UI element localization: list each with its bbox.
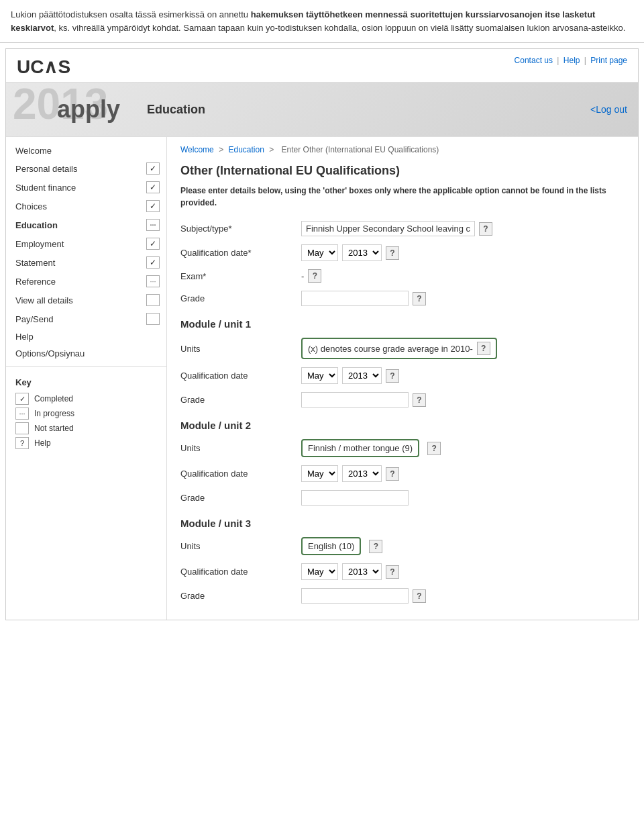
checkmark-statement: ✓ [150,258,156,267]
sidebar-label-choices: Choices [15,201,47,211]
module1-grade-input[interactable] [301,392,409,408]
key-in-progress-label: In progress [34,409,74,418]
sidebar-item-reference[interactable]: Reference ··· [6,272,166,291]
module1-units-label: Units [180,344,301,354]
module3-qual-date-label: Qualification date [180,567,301,577]
module2-year-select[interactable]: 2013 [342,465,382,482]
sidebar: Welcome Personal details ✓ Student finan… [6,137,167,620]
sidebar-label-welcome: Welcome [15,146,52,156]
module3-units-label: Units [180,541,301,551]
sidebar-label-pay-send: Pay/Send [15,314,53,324]
module1-units-highlight: (x) denotes course grade average in 2010… [301,338,497,359]
module2-units-highlight: Finnish / mother tongue (9) [301,439,419,457]
module1-grade-help-btn[interactable]: ? [413,393,426,407]
grade-help-btn[interactable]: ? [413,292,426,305]
contact-us-link[interactable]: Contact us [515,56,553,65]
sidebar-label-options: Options/Opsiynau [15,348,85,358]
exam-help-btn[interactable]: ? [308,269,321,283]
module1-units-field: Units (x) denotes course grade average i… [180,338,625,359]
logout-area: <Log out [590,104,627,115]
ucas-app-frame: UC∧S Contact us | Help | Print page 2013… [5,48,639,620]
status-badge-reference: ··· [146,275,160,287]
sidebar-item-choices[interactable]: Choices ✓ [6,197,166,216]
subject-type-help-btn[interactable]: ? [479,222,492,236]
module1-grade-value-area: ? [301,392,426,408]
module3-grade-input[interactable] [301,588,409,604]
logout-link[interactable]: <Log out [590,104,627,115]
breadcrumb-education[interactable]: Education [229,145,264,154]
key-section: Key ✓ Completed ··· In progress Not star… [6,371,166,459]
sidebar-item-pay-send[interactable]: Pay/Send [6,309,166,328]
sidebar-item-education[interactable]: Education ··· [6,216,166,234]
module2-grade-input[interactable] [301,490,409,506]
qual-date-label: Qualification date* [180,248,301,258]
module2-month-select[interactable]: May [301,465,338,482]
module3-units-text: English (10) [308,541,354,551]
grade-value-area: ? [301,291,426,306]
subject-type-field: Subject/type* Finnish Upper Secondary Sc… [180,221,625,236]
subject-type-value-area: Finnish Upper Secondary School leaving c… [301,221,492,236]
qual-month-select[interactable]: May [301,244,338,261]
module3-qual-date-help-btn[interactable]: ? [386,565,399,579]
subject-type-text: Finnish Upper Secondary School leaving c [301,221,475,236]
apply-banner: 2013 apply Education <Log out [6,83,638,136]
module2-qual-date-field: Qualification date May 2013 ? [180,465,625,482]
module2-units-field: Units Finnish / mother tongue (9) ? [180,439,625,457]
sidebar-item-statement[interactable]: Statement ✓ [6,253,166,272]
module2-units-help-btn[interactable]: ? [427,442,441,455]
module3-grade-value-area: ? [301,588,426,604]
ellipsis-reference: ··· [150,277,156,285]
module3-units-field: Units English (10) ? [180,537,625,555]
module1-month-select[interactable]: May [301,367,338,384]
module2-grade-label: Grade [180,493,301,503]
sidebar-label-view-all-details: View all details [15,295,73,305]
module3-units-highlight: English (10) [301,537,361,555]
help-link[interactable]: Help [564,56,580,65]
content-area: Welcome > Education > Enter Other (Inter… [167,137,638,620]
sidebar-item-employment[interactable]: Employment ✓ [6,234,166,253]
exam-label: Exam* [180,271,301,281]
exam-field: Exam* - ? [180,269,625,283]
module3-qual-date-value: May 2013 ? [301,563,399,580]
module2-units-text: Finnish / mother tongue (9) [308,443,413,453]
sidebar-item-view-all-details[interactable]: View all details [6,291,166,309]
module3-year-select[interactable]: 2013 [342,563,382,580]
sidebar-item-student-finance[interactable]: Student finance ✓ [6,178,166,197]
qual-date-value-area: May 2013 ? [301,244,399,261]
sidebar-label-reference: Reference [15,277,56,287]
intro-text-part1: Lukion päättötodistuksen osalta tässä es… [11,9,251,19]
qual-date-help-btn[interactable]: ? [386,246,399,260]
print-page-link[interactable]: Print page [590,56,627,65]
sidebar-item-options[interactable]: Options/Opsiynau [6,345,166,362]
sidebar-label-student-finance: Student finance [15,183,76,193]
module1-units-help-btn[interactable]: ? [477,342,490,355]
module2-qual-date-help-btn[interactable]: ? [386,467,399,481]
sidebar-item-welcome[interactable]: Welcome [6,142,166,159]
breadcrumb-welcome[interactable]: Welcome [180,145,214,154]
grade-input[interactable] [301,291,409,306]
module1-qual-date-label: Qualification date [180,371,301,381]
sidebar-item-personal-details[interactable]: Personal details ✓ [6,159,166,178]
module3-units-help-btn[interactable]: ? [369,540,382,553]
key-help: ? Help [15,437,157,449]
module2-grade-field: Grade [180,490,625,506]
module1-year-select[interactable]: 2013 [342,367,382,384]
key-badge-completed: ✓ [15,393,29,405]
help-symbol-key: ? [20,439,24,447]
key-badge-help: ? [15,437,29,449]
ucas-logo: UC∧S [17,56,70,78]
module1-qual-date-help-btn[interactable]: ? [386,369,399,383]
checkmark-employment: ✓ [150,239,156,248]
module1-qual-date-value: May 2013 ? [301,367,399,384]
module3-month-select[interactable]: May [301,563,338,580]
grade-label: Grade [180,293,301,303]
subject-type-label: Subject/type* [180,224,301,234]
module1-units-value-area: (x) denotes course grade average in 2010… [301,338,497,359]
status-badge-education: ··· [146,219,160,231]
sidebar-item-help[interactable]: Help [6,328,166,345]
qual-year-select[interactable]: 2013 [342,244,382,261]
sidebar-label-help: Help [15,332,34,342]
page-title: Other (International EU Qualifications) [180,164,625,178]
module3-grade-help-btn[interactable]: ? [413,589,426,603]
apply-word: apply [57,95,120,124]
